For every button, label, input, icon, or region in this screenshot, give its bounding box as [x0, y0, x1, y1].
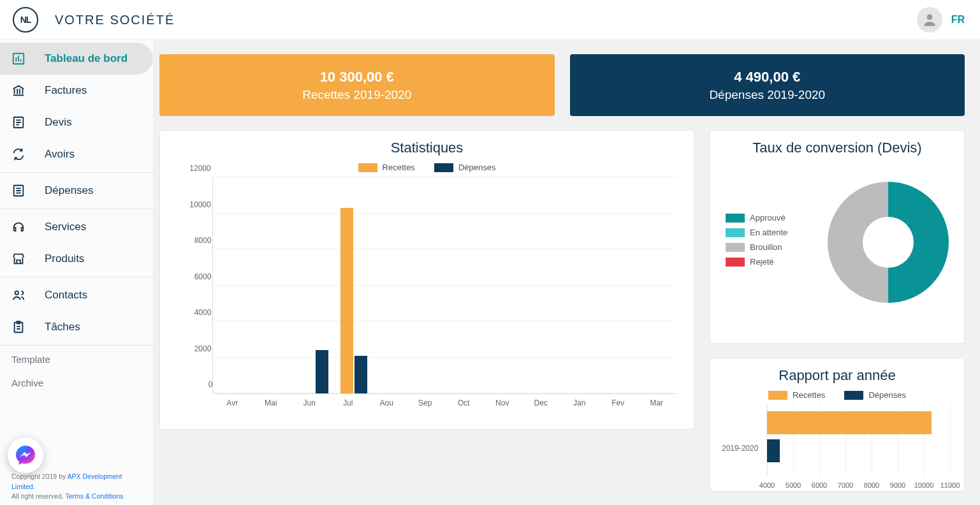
svg-point-0	[926, 14, 932, 20]
company-name: VOTRE SOCIÉTÉ	[55, 13, 175, 27]
y-tick: 4000	[194, 308, 212, 317]
legend-item[interactable]: Rejeté	[726, 257, 787, 267]
card-depenses-label: Dépenses 2019-2020	[709, 88, 825, 102]
nav-taches[interactable]: Tâches	[0, 311, 153, 343]
card-recettes[interactable]: 10 300,00 € Recettes 2019-2020	[159, 54, 555, 116]
card-depenses-value: 4 490,00 €	[734, 69, 800, 85]
nav-factures[interactable]: Factures	[0, 75, 153, 106]
y-tick: 10000	[189, 200, 210, 209]
nav-label: Dépenses	[45, 184, 94, 197]
x-tick: Oct	[458, 399, 470, 407]
nav-avoirs[interactable]: Avoirs	[0, 138, 153, 170]
nav-produits[interactable]: Produits	[0, 243, 153, 275]
panel-annual-title: Rapport par année	[710, 367, 964, 384]
nav-contacts[interactable]: Contacts	[0, 279, 153, 311]
legend-item-recettes[interactable]: Recettes	[768, 390, 825, 400]
list-icon	[11, 115, 26, 129]
x-tick: Mar	[650, 399, 663, 407]
legend-item-depenses[interactable]: Dépenses	[844, 390, 906, 400]
receipt-icon	[11, 184, 26, 198]
y-tick: 0	[208, 380, 213, 389]
nav-label: Avoirs	[45, 148, 75, 161]
legend-label: En attente	[750, 228, 787, 237]
donut-chart	[828, 182, 949, 303]
x-tick: 6000	[812, 481, 827, 489]
legend-label: Approuvé	[750, 213, 786, 223]
main: 10 300,00 € Recettes 2019-2020 4 490,00 …	[153, 40, 980, 505]
nav-label: Devis	[45, 116, 72, 129]
x-tick: Jun	[304, 399, 316, 407]
footer-copyright-prefix: Copyright 2019 by	[11, 472, 68, 480]
x-tick: 11000	[940, 481, 960, 489]
annual-bar-dépenses	[767, 439, 780, 462]
legend-item-recettes[interactable]: Recettes	[358, 163, 415, 172]
bar-dépenses	[316, 350, 328, 393]
legend-item[interactable]: Brouillon	[726, 242, 787, 252]
legend-swatch	[434, 163, 453, 172]
nav-archive[interactable]: Archive	[0, 371, 153, 395]
legend-swatch	[726, 243, 745, 252]
sidebar-footer: Copyright 2019 by APX Development Limite…	[11, 472, 147, 501]
card-recettes-value: 10 300,00 €	[320, 69, 394, 85]
x-tick: Jul	[343, 399, 353, 407]
nav-label: Contacts	[45, 289, 87, 302]
x-tick: Dec	[534, 399, 548, 407]
panel-annual: Rapport par année Recettes Dépenses 4000…	[710, 358, 965, 492]
annual-legend: Recettes Dépenses	[710, 390, 964, 400]
x-tick: Jan	[573, 399, 585, 407]
language-switch[interactable]: FR	[951, 14, 965, 26]
x-tick: Sep	[418, 399, 432, 407]
footer-rights-prefix: All right reserved.	[11, 492, 65, 500]
user-icon	[921, 11, 938, 28]
x-tick: Nov	[495, 399, 509, 407]
logo[interactable]: NL	[13, 7, 38, 33]
nav-label: Tâches	[45, 321, 80, 333]
bank-icon	[11, 84, 26, 98]
bar-chart: 020004000600080001000012000AvrMaiJunJulA…	[174, 177, 680, 413]
avatar[interactable]	[917, 7, 942, 33]
nav-tableau-de-bord[interactable]: Tableau de bord	[0, 43, 153, 75]
x-tick: 10000	[914, 481, 934, 489]
legend-swatch	[768, 391, 787, 400]
sidebar: Tableau de bord Factures Devis Avoirs D	[0, 40, 153, 505]
panel-statistiques-title: Statistiques	[160, 140, 694, 156]
nav-depenses[interactable]: Dépenses	[0, 175, 153, 207]
y-tick: 2000	[194, 344, 212, 353]
headset-icon	[11, 220, 26, 234]
x-tick: Aou	[380, 399, 393, 407]
chat-launcher[interactable]	[8, 437, 43, 473]
donut-legend: ApprouvéEn attenteBrouillonRejeté	[726, 213, 787, 272]
legend-swatch	[358, 163, 377, 172]
legend-label: Recettes	[383, 163, 415, 172]
nav-label: Factures	[45, 84, 87, 97]
x-tick: Mai	[265, 399, 277, 407]
legend-label: Rejeté	[750, 257, 774, 267]
y-category: 2019-2020	[722, 444, 758, 453]
bar-recettes	[340, 208, 353, 393]
nav-services[interactable]: Services	[0, 211, 153, 243]
legend-item[interactable]: En attente	[726, 228, 787, 237]
svg-point-4	[15, 291, 19, 295]
dashboard-icon	[11, 52, 26, 66]
card-depenses[interactable]: 4 490,00 € Dépenses 2019-2020	[570, 54, 965, 116]
annual-bar-recettes	[767, 411, 932, 434]
legend-swatch	[844, 391, 863, 400]
bar-dépenses	[355, 356, 367, 393]
x-tick: 9000	[890, 481, 905, 489]
legend-label: Recettes	[793, 390, 825, 400]
x-tick: 5000	[786, 481, 801, 489]
legend-item[interactable]: Approuvé	[726, 213, 787, 223]
x-tick: 7000	[838, 481, 853, 489]
legend-swatch	[726, 214, 745, 223]
legend-label: Dépenses	[458, 163, 496, 172]
x-tick: Avr	[226, 399, 238, 407]
footer-terms-link[interactable]: Terms & Conditions	[65, 492, 123, 500]
legend-item-depenses[interactable]: Dépenses	[434, 163, 496, 172]
nav-devis[interactable]: Devis	[0, 106, 153, 138]
x-tick: 8000	[864, 481, 879, 489]
y-tick: 12000	[189, 164, 210, 173]
panel-statistiques: Statistiques Recettes Dépenses 020004000…	[159, 130, 694, 430]
panel-conversion: Taux de conversion (Devis) ApprouvéEn at…	[710, 130, 965, 344]
card-recettes-label: Recettes 2019-2020	[302, 88, 411, 102]
nav-template[interactable]: Template	[0, 348, 153, 371]
